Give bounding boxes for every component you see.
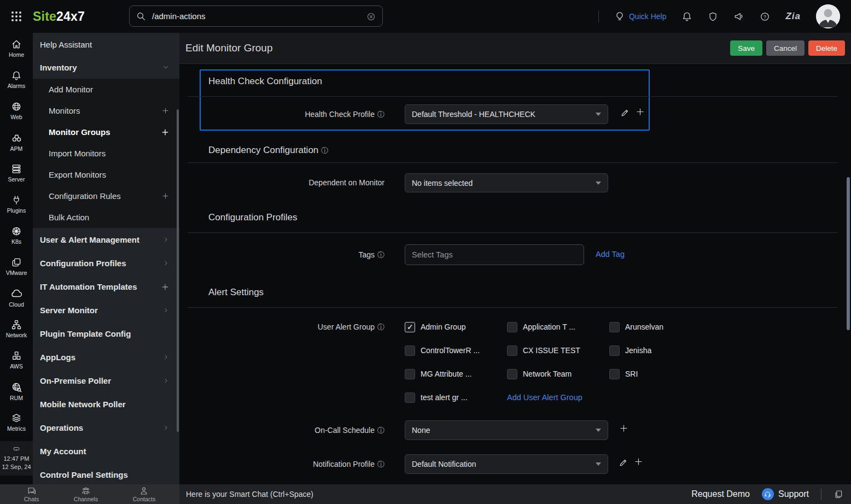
alert-group-option[interactable]: test alert gr ... xyxy=(405,392,507,403)
add-profile-plus-icon[interactable] xyxy=(635,107,645,117)
sidebar-item-configuration-profiles[interactable]: Configuration Profiles xyxy=(33,251,179,275)
announcements-megaphone-icon[interactable] xyxy=(733,11,744,22)
health-check-profile-dropdown[interactable]: Default Threshold - HEALTHCHECK xyxy=(405,104,608,124)
dependent-on-monitor-dropdown[interactable]: No items selected xyxy=(405,173,608,192)
rail-item-cloud[interactable]: Cloud xyxy=(0,282,33,313)
checkbox[interactable] xyxy=(405,322,415,332)
add-user-alert-group-link[interactable]: Add User Alert Group xyxy=(507,393,582,402)
copy-pages-icon[interactable] xyxy=(833,489,843,500)
plus-icon[interactable] xyxy=(161,283,170,291)
rail-item-metrics[interactable]: Metrics xyxy=(0,407,33,438)
sidebar-item-applogs[interactable]: AppLogs xyxy=(33,345,179,369)
topbar-right: Quick Help Zia xyxy=(598,0,851,33)
rail-item-home[interactable]: Home xyxy=(0,33,33,64)
sidebar-item-mobile-network-poller[interactable]: Mobile Network Poller xyxy=(33,392,179,416)
shield-icon[interactable] xyxy=(708,11,718,21)
save-button[interactable]: Save xyxy=(730,40,762,56)
alert-group-option[interactable]: Admin Group xyxy=(405,321,507,332)
alert-group-option[interactable]: Jenisha xyxy=(609,345,719,356)
sidebar-item-it-automation-templates[interactable]: IT Automation Templates xyxy=(33,275,179,298)
alert-group-option[interactable]: Application T ... xyxy=(507,321,609,332)
rail-item-vmware[interactable]: VMware xyxy=(0,251,33,282)
on-call-schedule-dropdown[interactable]: None xyxy=(405,420,608,440)
rail-item-network[interactable]: Network xyxy=(0,313,33,344)
search-input[interactable] xyxy=(151,11,366,21)
delete-button[interactable]: Delete xyxy=(808,40,845,56)
content-scrollbar[interactable] xyxy=(847,177,850,330)
plus-icon[interactable] xyxy=(161,192,170,200)
apps-grid-icon[interactable] xyxy=(10,10,23,23)
zia-assistant-icon[interactable]: Zia xyxy=(785,11,801,22)
add-schedule-plus-icon[interactable] xyxy=(619,423,629,433)
sidebar-item-user-alert-management[interactable]: User & Alert Management xyxy=(33,228,179,251)
sidebar-item-control-panel-settings[interactable]: Control Panel Settings xyxy=(33,463,179,487)
clear-search-icon[interactable] xyxy=(366,11,376,21)
alert-group-option[interactable]: CX ISSUE TEST xyxy=(507,345,609,356)
sidebar-item-help-assistant[interactable]: Help Assistant xyxy=(33,33,179,56)
global-search[interactable] xyxy=(129,5,383,27)
sidebar-scrollbar[interactable] xyxy=(177,109,179,432)
checkbox[interactable] xyxy=(405,345,415,356)
sidebar-item-monitors[interactable]: Monitors xyxy=(33,100,179,121)
footer-divider xyxy=(821,489,821,500)
rail-item-alarms[interactable]: Alarms xyxy=(0,64,33,95)
rail-item-apm[interactable]: APM xyxy=(0,126,33,157)
sidebar-item-plugin-template-config[interactable]: Plugin Template Config xyxy=(33,322,179,345)
sidebar-item-export-monitors[interactable]: Export Monitors xyxy=(33,164,179,185)
chevron-right-icon xyxy=(162,260,170,267)
add-notification-plus-icon[interactable] xyxy=(633,456,644,467)
rail-item-plugins[interactable]: Plugins xyxy=(0,189,33,220)
sidebar-item-monitor-groups[interactable]: Monitor Groups xyxy=(33,121,179,143)
sidebar-item-inventory[interactable]: Inventory xyxy=(33,56,179,79)
user-avatar[interactable] xyxy=(816,4,840,28)
sidebar-item-bulk-action[interactable]: Bulk Action xyxy=(33,207,179,228)
alert-group-option[interactable]: ControlTowerR ... xyxy=(405,345,507,356)
sidebar-item-add-monitor[interactable]: Add Monitor xyxy=(33,79,179,100)
notifications-bell-icon[interactable] xyxy=(681,11,692,22)
sidebar-item-configuration-rules[interactable]: Configuration Rules xyxy=(33,185,179,207)
channels-tab[interactable]: Channels xyxy=(74,486,98,502)
checkbox[interactable] xyxy=(405,369,415,379)
checkbox[interactable] xyxy=(507,369,517,379)
checkbox[interactable] xyxy=(609,322,620,332)
chevron-down-icon xyxy=(596,113,601,116)
vr-goggles-icon[interactable] xyxy=(1,444,32,453)
checkbox[interactable] xyxy=(405,392,415,403)
cancel-button[interactable]: Cancel xyxy=(766,40,805,56)
rail-item-k8s[interactable]: K8s xyxy=(0,220,33,251)
chats-tab[interactable]: Chats xyxy=(24,486,39,502)
alert-group-option[interactable]: MG Attribute ... xyxy=(405,368,507,379)
add-tag-link[interactable]: Add Tag xyxy=(596,250,625,259)
smart-chat-bar[interactable]: Here is your Smart Chat (Ctrl+Space) xyxy=(179,484,691,504)
edit-notification-pencil-icon[interactable] xyxy=(619,458,628,467)
rail-item-server[interactable]: Server xyxy=(0,157,33,189)
alert-group-option[interactable]: Network Team xyxy=(507,368,609,379)
plus-icon[interactable] xyxy=(161,128,170,137)
quick-help-button[interactable]: Quick Help xyxy=(614,11,666,22)
request-demo-link[interactable]: Request Demo xyxy=(691,489,750,499)
info-icon xyxy=(377,251,384,259)
rail-item-rum[interactable]: RUM xyxy=(0,376,33,407)
notification-profile-dropdown[interactable]: Default Notification xyxy=(405,454,608,474)
contacts-tab[interactable]: Contacts xyxy=(133,486,155,502)
info-icon xyxy=(321,146,328,155)
rail-item-web[interactable]: Web xyxy=(0,95,33,126)
alert-group-option[interactable]: Arunselvan xyxy=(609,321,719,332)
sidebar-item-server-monitor[interactable]: Server Monitor xyxy=(33,298,179,322)
plus-icon[interactable] xyxy=(161,107,170,115)
checkbox[interactable] xyxy=(609,345,620,356)
aws-cubes-icon xyxy=(11,350,22,361)
sidebar-item-operations[interactable]: Operations xyxy=(33,416,179,439)
checkbox[interactable] xyxy=(507,322,517,332)
tags-input[interactable] xyxy=(405,244,584,265)
alert-group-option[interactable]: SRI xyxy=(609,368,719,379)
checkbox[interactable] xyxy=(507,345,517,356)
edit-profile-pencil-icon[interactable] xyxy=(620,108,629,118)
sidebar-item-on-premise-poller[interactable]: On-Premise Poller xyxy=(33,369,179,392)
support-link[interactable]: Support xyxy=(762,488,809,500)
sidebar-item-my-account[interactable]: My Account xyxy=(33,439,179,463)
rail-item-aws[interactable]: AWS xyxy=(0,344,33,376)
help-question-icon[interactable] xyxy=(760,11,770,21)
sidebar-item-import-monitors[interactable]: Import Monitors xyxy=(33,143,179,164)
checkbox[interactable] xyxy=(609,369,620,379)
